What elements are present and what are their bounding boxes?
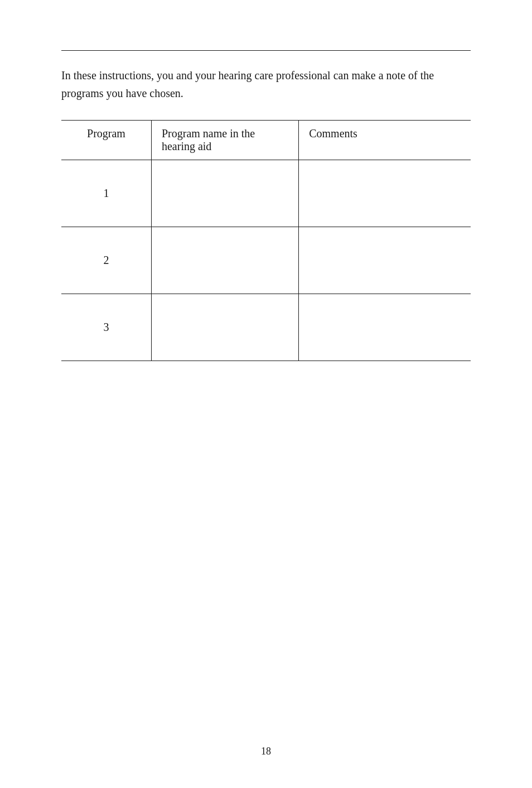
cell-program-number: 1	[61, 160, 151, 227]
top-rule	[61, 50, 471, 51]
cell-program-name	[151, 294, 298, 361]
cell-program-name	[151, 160, 298, 227]
col-header-program: Program	[61, 121, 151, 160]
cell-program-name	[151, 227, 298, 294]
table-row: 3	[61, 294, 471, 361]
cell-comments	[299, 294, 471, 361]
cell-program-number: 2	[61, 227, 151, 294]
table-row: 1	[61, 160, 471, 227]
col-header-program-name: Program name in the hearing aid	[151, 121, 298, 160]
col-header-comments: Comments	[299, 121, 471, 160]
page-container: In these instructions, you and your hear…	[0, 0, 532, 788]
cell-program-number: 3	[61, 294, 151, 361]
cell-comments	[299, 227, 471, 294]
intro-text: In these instructions, you and your hear…	[61, 66, 471, 102]
cell-comments	[299, 160, 471, 227]
page-number: 18	[0, 746, 532, 757]
programs-table: Program Program name in the hearing aid …	[61, 120, 471, 361]
table-row: 2	[61, 227, 471, 294]
table-header-row: Program Program name in the hearing aid …	[61, 121, 471, 160]
